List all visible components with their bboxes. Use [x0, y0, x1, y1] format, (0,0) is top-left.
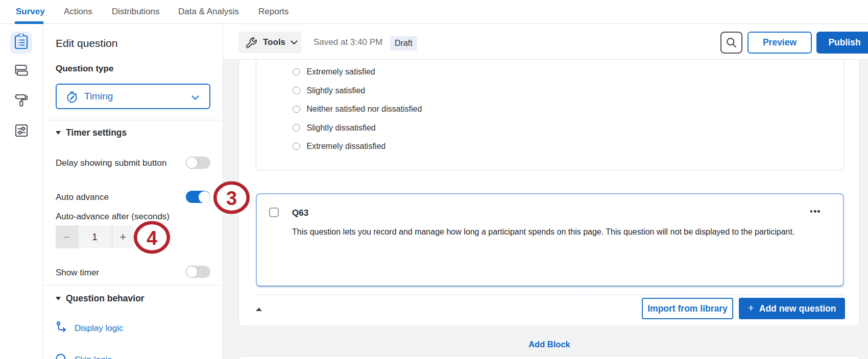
- survey-builder-icon: [14, 34, 28, 52]
- add-block-link[interactable]: Add Block: [223, 340, 868, 349]
- radio-option-row: Slightly satisfied: [293, 82, 365, 100]
- block-container: Extremely satisfied Slightly satisfied N…: [238, 60, 860, 326]
- ellipsis-dot: [814, 210, 816, 213]
- survey-canvas: Extremely satisfied Slightly satisfied N…: [223, 60, 868, 359]
- question-type-label: Question type: [56, 64, 113, 74]
- add-new-question-button[interactable]: + Add new question: [739, 298, 845, 319]
- auto-advance-toggle[interactable]: [186, 191, 210, 203]
- radio-button-icon[interactable]: [293, 68, 300, 76]
- plus-icon: +: [748, 302, 754, 314]
- stepper-decrement-button[interactable]: −: [56, 225, 78, 248]
- stepper-value[interactable]: 1: [78, 225, 112, 248]
- question-menu-button[interactable]: [810, 210, 820, 213]
- chevron-down-icon: [191, 93, 199, 102]
- stepper-increment-button[interactable]: +: [112, 225, 134, 248]
- display-logic-link[interactable]: Display logic: [56, 321, 123, 335]
- auto-advance-label: Auto advance: [56, 192, 109, 202]
- question-checkbox[interactable]: [269, 208, 279, 217]
- toggle-knob: [186, 157, 198, 169]
- stopwatch-icon: [66, 91, 78, 105]
- panel-title: Edit question: [56, 37, 117, 49]
- nav-tab-actions[interactable]: Actions: [64, 0, 92, 24]
- radio-button-icon[interactable]: [293, 124, 300, 132]
- wrench-icon: [245, 36, 258, 49]
- import-from-library-button[interactable]: Import from library: [642, 298, 733, 319]
- nav-tab-distributions[interactable]: Distributions: [112, 0, 160, 24]
- nav-tab-reports[interactable]: Reports: [258, 0, 289, 24]
- next-block-container: [238, 356, 860, 359]
- search-button[interactable]: [720, 32, 742, 54]
- collapse-block-arrow[interactable]: [256, 307, 262, 311]
- auto-advance-seconds-stepper: − 1 +: [56, 225, 134, 248]
- section-title: Question behavior: [66, 293, 144, 304]
- rail-item-survey-options[interactable]: [10, 121, 32, 143]
- show-timer-label: Show timer: [56, 268, 99, 278]
- active-tab-underline: [15, 21, 43, 24]
- publish-button[interactable]: Publish: [816, 32, 868, 54]
- nav-tab-data-analysis[interactable]: Data & Analysis: [178, 0, 239, 24]
- look-and-feel-icon: [15, 93, 28, 110]
- question-description: This question lets you record and manage…: [292, 227, 794, 237]
- skip-logic-link[interactable]: Skip logic: [56, 353, 112, 359]
- saved-status-text: Saved at 3:40 PM: [314, 32, 382, 53]
- radio-button-icon[interactable]: [293, 106, 300, 113]
- tools-menu-button[interactable]: Tools: [238, 32, 301, 53]
- survey-options-icon: [15, 124, 28, 139]
- radio-option-row: Extremely dissatisfied: [293, 137, 385, 156]
- show-timer-toggle[interactable]: [186, 266, 210, 278]
- edit-question-panel: Edit question Question type Timing Timer…: [43, 24, 223, 359]
- radio-option-row: Neither satisfied nor dissatisfied: [293, 100, 422, 118]
- radio-option-row: Extremely satisfied: [293, 63, 375, 81]
- question-card-options[interactable]: Extremely satisfied Slightly satisfied N…: [256, 60, 844, 170]
- logic-link-label: Display logic: [75, 323, 123, 334]
- add-new-question-label: Add new question: [759, 303, 836, 314]
- search-icon: [726, 37, 737, 48]
- display-logic-icon: [56, 321, 68, 335]
- panel-divider: [43, 120, 223, 120]
- radio-button-icon[interactable]: [293, 87, 300, 94]
- question-behavior-header[interactable]: Question behavior: [56, 293, 144, 304]
- rail-item-blocks[interactable]: [10, 60, 32, 82]
- radio-option-label: Extremely dissatisfied: [307, 142, 386, 151]
- caret-down-icon: [56, 131, 61, 135]
- ellipsis-dot: [810, 210, 813, 213]
- rail-item-survey-builder[interactable]: [10, 32, 32, 54]
- survey-toolbar: Tools Saved at 3:40 PM Draft Preview Pub…: [223, 24, 868, 60]
- radio-option-row: Slightly dissatisfied: [293, 119, 376, 137]
- chevron-down-icon: [291, 40, 298, 45]
- left-icon-rail: [0, 24, 43, 359]
- auto-advance-after-label: Auto-advance after (seconds): [56, 212, 170, 222]
- radio-button-icon[interactable]: [293, 143, 300, 150]
- page-break-indicator: [256, 294, 844, 295]
- question-type-value: Timing: [84, 85, 113, 108]
- tools-label: Tools: [263, 37, 285, 47]
- radio-option-label: Slightly satisfied: [307, 86, 366, 95]
- radio-option-label: Neither satisfied nor dissatisfied: [307, 105, 422, 114]
- logic-link-label: Skip logic: [75, 355, 112, 359]
- question-card-timing[interactable]: Q63 This question lets you record and ma…: [256, 193, 844, 287]
- panel-divider: [43, 285, 223, 286]
- preview-button[interactable]: Preview: [748, 32, 812, 54]
- caret-down-icon: [56, 297, 61, 300]
- radio-option-label: Extremely satisfied: [307, 67, 375, 76]
- delay-submit-label: Delay showing submit button: [56, 158, 166, 168]
- question-type-select[interactable]: Timing: [56, 84, 210, 109]
- ellipsis-dot: [817, 210, 820, 213]
- delay-submit-toggle[interactable]: [186, 157, 210, 169]
- radio-option-label: Slightly dissatisfied: [307, 123, 376, 133]
- nav-tab-survey[interactable]: Survey: [16, 0, 45, 24]
- blocks-icon: [15, 62, 28, 79]
- toggle-knob: [186, 266, 198, 278]
- section-title: Timer settings: [66, 127, 127, 138]
- top-nav: Survey Actions Distributions Data & Anal…: [0, 0, 868, 24]
- skip-logic-icon: [56, 353, 68, 359]
- rail-item-look-and-feel[interactable]: [10, 91, 32, 113]
- draft-status-badge: Draft: [390, 36, 417, 50]
- timer-settings-header[interactable]: Timer settings: [56, 127, 127, 138]
- toggle-knob: [199, 191, 210, 203]
- question-id: Q63: [292, 208, 308, 218]
